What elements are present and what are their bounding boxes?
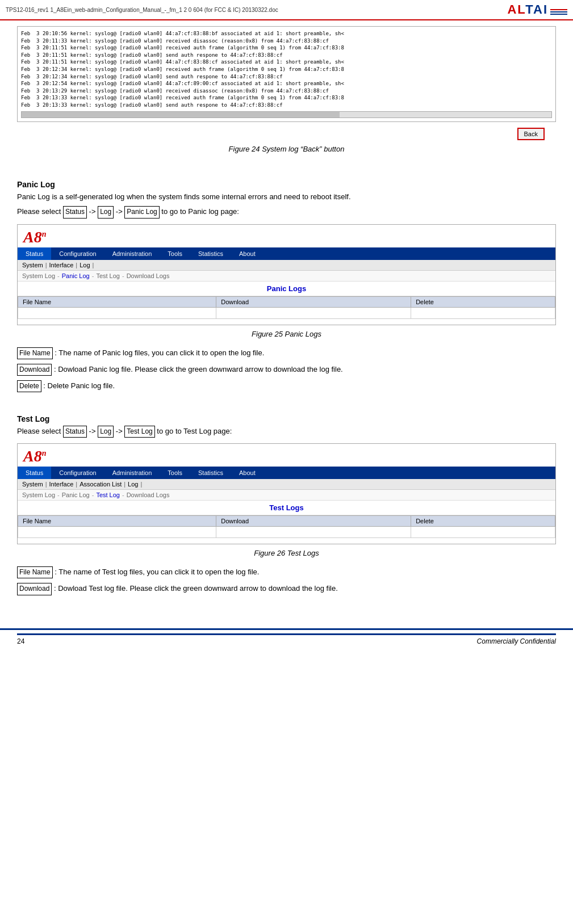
panic-file-name-desc: File Name : The name of Panic log files,… — [17, 347, 556, 359]
nav-administration-25[interactable]: Administration — [104, 247, 160, 260]
nav-about-26[interactable]: About — [231, 467, 264, 479]
footer-page-number: 24 — [17, 637, 24, 645]
screenshot-bottom-26 — [18, 538, 555, 544]
test-log-instruction: Please select Status -> Log -> Test Log … — [17, 426, 556, 438]
panic-arrow1: -> — [89, 207, 98, 216]
test-log-label: Log — [98, 426, 114, 438]
test-download-text: : Dowload Test log file. Please click th… — [54, 584, 338, 593]
figure-25-caption: Figure 25 Panic Logs — [17, 330, 556, 338]
syslog-line-10: Feb 3 20:13:33 kernel: syslog@ [radio0 w… — [21, 94, 552, 102]
panic-log-link: Panic Log — [124, 206, 159, 218]
test-file-name-text: : The name of Test log files, you can cl… — [55, 568, 259, 576]
panic-log-instruction-text2: Please select — [17, 207, 61, 216]
table-header-delete-26: Delete — [411, 516, 555, 527]
log-nav-testlog-25[interactable]: Test Log — [96, 272, 120, 279]
panic-file-name-label: File Name — [17, 347, 53, 359]
syslog-scrollbar[interactable] — [21, 111, 552, 118]
logo-icon — [550, 3, 567, 16]
sub-nav-interface-26[interactable]: Interface — [49, 481, 74, 488]
log-nav-paniclog-26[interactable]: Panic Log — [62, 492, 90, 498]
figure-24-caption: Figure 24 System log “Back” button — [17, 145, 556, 153]
test-log-heading: Test Log — [17, 414, 556, 423]
nav-configuration-25[interactable]: Configuration — [51, 247, 104, 260]
nav-status-26[interactable]: Status — [18, 467, 51, 479]
log-nav-26: System Log - Panic Log - Test Log - Down… — [18, 490, 555, 501]
sub-nav-system-25[interactable]: System — [22, 262, 43, 268]
sub-nav-interface-25[interactable]: Interface — [49, 262, 74, 268]
logo-tai: TAI — [525, 2, 548, 16]
syslog-line-6: Feb 3 20:12:34 kernel: syslog@ [radio0 w… — [21, 66, 552, 73]
back-button[interactable]: Back — [517, 128, 545, 140]
syslog-line-11: Feb 3 20:13:33 kernel: syslog@ [radio0 w… — [21, 102, 552, 109]
nav-about-25[interactable]: About — [231, 247, 264, 260]
document-title: TPS12-016_rev1 1_A8Ein_web-admin_Configu… — [6, 7, 278, 13]
table-row-empty-25 — [18, 307, 555, 318]
table-header-filename-26: File Name — [18, 516, 216, 527]
logo-al: AL — [507, 2, 525, 16]
logo-area: ALTAI — [507, 2, 567, 17]
nav-administration-26[interactable]: Administration — [104, 467, 160, 479]
log-nav-download-26[interactable]: Download Logs — [127, 492, 170, 498]
panic-delete-label: Delete — [17, 380, 41, 392]
altai-logo: ALTAI — [507, 2, 548, 17]
syslog-lines: Feb 3 20:10:56 kernel: syslog@ [radio0 w… — [21, 30, 552, 109]
sub-nav-system-26[interactable]: System — [22, 481, 43, 488]
syslog-line-2: Feb 3 20:11:33 kernel: syslog@ [radio0 w… — [21, 37, 552, 45]
sub-nav-log-25[interactable]: Log — [80, 262, 90, 268]
table-row-empty-26 — [18, 527, 555, 538]
syslog-line-9: Feb 3 20:13:29 kernel: syslog@ [radio0 w… — [21, 87, 552, 95]
table-header-delete-25: Delete — [411, 296, 555, 307]
panic-delete-text: : Delete Panic log file. — [43, 381, 115, 390]
device-logo-bar-26: A8n — [18, 444, 555, 467]
log-nav-testlog-26[interactable]: Test Log — [96, 492, 120, 498]
panic-log-heading: Panic Log — [17, 180, 556, 189]
log-nav-download-25[interactable]: Download Logs — [127, 272, 170, 279]
figure-25-screenshot: A8n Status Configuration Administration … — [17, 224, 556, 325]
page-title-26: Test Logs — [18, 501, 555, 515]
syslog-line-1: Feb 3 20:10:56 kernel: syslog@ [radio0 w… — [21, 30, 552, 37]
log-nav-paniclog-25[interactable]: Panic Log — [62, 272, 90, 279]
test-download-desc: Download : Dowload Test log file. Please… — [17, 583, 556, 595]
nav-tools-25[interactable]: Tools — [160, 247, 190, 260]
sub-nav-log-26[interactable]: Log — [128, 481, 138, 488]
panic-log-instruction: Please select Status -> Log -> Panic Log… — [17, 206, 556, 218]
screenshot-bottom-25 — [18, 319, 555, 325]
panic-file-name-text: : The name of Panic log files, you can c… — [55, 348, 264, 357]
main-content: Feb 3 20:10:56 kernel: syslog@ [radio0 w… — [0, 20, 573, 617]
syslog-line-8: Feb 3 20:12:54 kernel: syslog@ [radio0 w… — [21, 80, 552, 87]
table-header-download-25: Download — [216, 296, 411, 307]
test-file-name-desc: File Name : The name of Test log files, … — [17, 566, 556, 578]
panic-status-label: Status — [63, 206, 87, 218]
syslog-line-3: Feb 3 20:11:51 kernel: syslog@ [radio0 w… — [21, 44, 552, 52]
test-log-text2: Please select — [17, 427, 61, 435]
table-header-filename-25: File Name — [18, 296, 216, 307]
nav-configuration-26[interactable]: Configuration — [51, 467, 104, 479]
nav-bar-25: Status Configuration Administration Tool… — [18, 247, 555, 260]
panic-download-desc: Download : Dowload Panic log file. Pleas… — [17, 364, 556, 376]
figure-26-caption: Figure 26 Test Logs — [17, 549, 556, 557]
device-logo-25: A8n — [23, 228, 46, 246]
nav-tools-26[interactable]: Tools — [160, 467, 190, 479]
device-logo-bar-25: A8n — [18, 225, 555, 247]
log-nav-syslog-25[interactable]: System Log — [22, 272, 55, 279]
log-nav-25: System Log - Panic Log - Test Log - Down… — [18, 271, 555, 282]
figure-26-screenshot: A8n Status Configuration Administration … — [17, 443, 556, 544]
syslog-line-4: Feb 3 20:11:51 kernel: syslog@ [radio0 w… — [21, 52, 552, 59]
nav-statistics-25[interactable]: Statistics — [190, 247, 231, 260]
sub-nav-26: System | Interface | Assocation List | L… — [18, 479, 555, 490]
sub-nav-25: System | Interface | Log | — [18, 260, 555, 271]
panic-download-text: : Dowload Panic log file. Please click t… — [54, 365, 343, 373]
syslog-line-5: Feb 3 20:11:51 kernel: syslog@ [radio0 w… — [21, 58, 552, 66]
test-log-text3: to go to Test Log page: — [157, 427, 232, 435]
panic-download-label: Download — [17, 364, 52, 376]
panic-log-text3: to go to Panic log page: — [161, 207, 239, 216]
syslog-screenshot: Feb 3 20:10:56 kernel: syslog@ [radio0 w… — [17, 26, 556, 122]
sub-nav-assoclist-26[interactable]: Assocation List — [80, 481, 122, 488]
nav-status-25[interactable]: Status — [18, 247, 51, 260]
footer-confidential: Commercially Confidential — [477, 637, 556, 645]
syslog-line-7: Feb 3 20:12:34 kernel: syslog@ [radio0 w… — [21, 73, 552, 81]
test-download-label: Download — [17, 583, 52, 595]
log-nav-syslog-26[interactable]: System Log — [22, 492, 55, 498]
nav-statistics-26[interactable]: Statistics — [190, 467, 231, 479]
table-header-download-26: Download — [216, 516, 411, 527]
